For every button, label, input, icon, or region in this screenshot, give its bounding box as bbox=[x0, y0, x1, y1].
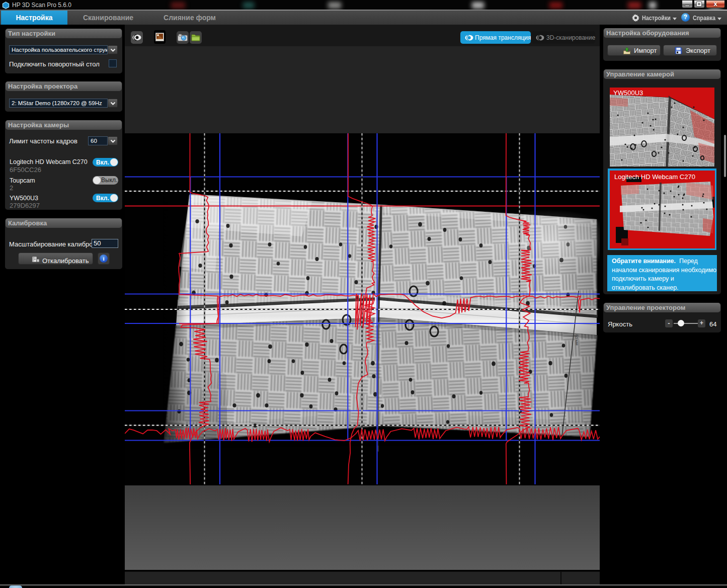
svg-text:Logitech HD Webcam C270: Logitech HD Webcam C270 bbox=[614, 173, 695, 181]
svg-text:YW500U3: YW500U3 bbox=[613, 89, 643, 97]
